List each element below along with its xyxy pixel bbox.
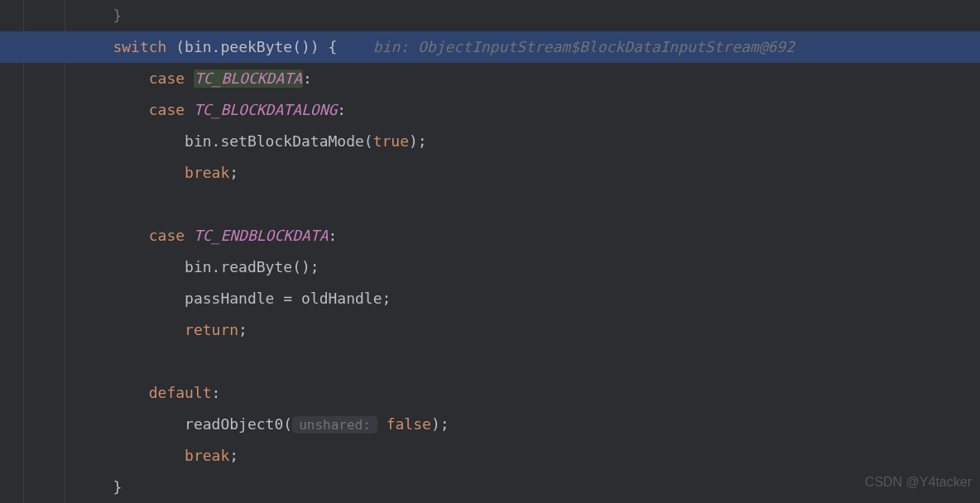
inlay-param-hint: unshared:	[292, 416, 377, 434]
code-line[interactable]: bin.setBlockDataMode(true);	[0, 126, 980, 157]
code-line[interactable]: break;	[0, 440, 980, 472]
constant: TC_BLOCKDATALONG	[194, 101, 337, 118]
code-line[interactable]: bin.readByte();	[0, 252, 980, 283]
code-line[interactable]: default:	[0, 377, 980, 409]
code-line-current[interactable]: switch (bin.peekByte()) { bin: ObjectInp…	[0, 31, 980, 63]
inlay-hint: bin: ObjectInputStream$BlockDataInputStr…	[373, 38, 795, 55]
constant: TC_BLOCKDATA	[194, 69, 303, 88]
code-line[interactable]: return;	[0, 314, 980, 346]
code-line[interactable]	[0, 346, 980, 377]
switch-keyword: switch	[113, 38, 166, 55]
code-editor[interactable]: } switch (bin.peekByte()) { bin: ObjectI…	[0, 0, 980, 503]
code-line[interactable]	[0, 189, 980, 220]
brace: }	[113, 7, 122, 24]
code-line[interactable]: }	[0, 472, 980, 503]
code-line[interactable]: case TC_ENDBLOCKDATA:	[0, 220, 980, 252]
constant: TC_ENDBLOCKDATA	[194, 227, 329, 244]
code-line[interactable]: passHandle = oldHandle;	[0, 283, 980, 314]
code-line[interactable]: case TC_BLOCKDATA:	[0, 63, 980, 94]
code-line[interactable]: }	[0, 0, 980, 31]
brace: }	[113, 478, 122, 496]
code-line[interactable]: case TC_BLOCKDATALONG:	[0, 94, 980, 126]
code-line[interactable]: readObject0(unshared: false);	[0, 409, 980, 440]
code-line[interactable]: break;	[0, 157, 980, 189]
